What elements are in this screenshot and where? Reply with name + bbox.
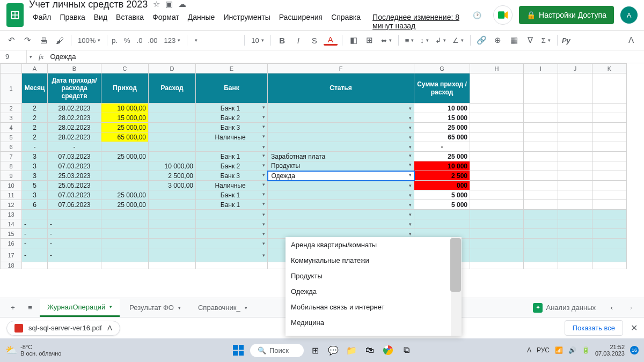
- cell-income[interactable]: 25 000,00: [101, 200, 149, 210]
- chrome-icon[interactable]: [381, 343, 395, 357]
- cell-date[interactable]: 07.06.2023: [48, 200, 101, 210]
- cell-income[interactable]: 25 000,00: [101, 190, 149, 200]
- cell-month[interactable]: 3: [22, 161, 48, 171]
- row-header[interactable]: 10: [1, 181, 22, 190]
- cell-month[interactable]: -: [22, 239, 48, 248]
- functions-icon[interactable]: Σ: [539, 36, 553, 45]
- row-header[interactable]: 14: [1, 219, 22, 229]
- cell-article[interactable]: [268, 210, 414, 219]
- cell-date[interactable]: 25.05.2023: [48, 181, 101, 190]
- menu-data[interactable]: Данные: [184, 11, 219, 32]
- dropdown-option[interactable]: Одежда: [286, 284, 462, 299]
- cell-expense[interactable]: [149, 104, 196, 113]
- menu-insert[interactable]: Вставка: [112, 11, 148, 32]
- cell-article[interactable]: [268, 104, 414, 113]
- cell-income[interactable]: [101, 142, 149, 152]
- cell-sum[interactable]: 10 000: [414, 161, 470, 171]
- doc-title[interactable]: Учет личных средств 2023: [29, 0, 148, 10]
- dropdown-scrollbar[interactable]: [451, 237, 462, 336]
- row-header[interactable]: 15: [1, 229, 22, 239]
- percent-format[interactable]: %: [124, 36, 130, 45]
- cell-sum[interactable]: 10 000: [414, 104, 470, 113]
- cell-month[interactable]: 2: [22, 132, 48, 142]
- cell-income[interactable]: 65 000,00: [101, 132, 149, 142]
- rotate-icon[interactable]: ∠: [450, 36, 466, 45]
- cell-bank[interactable]: [196, 142, 268, 152]
- last-edit[interactable]: Последнее изменение: 8 минут назад: [369, 11, 467, 32]
- cell-article[interactable]: [268, 219, 414, 229]
- menu-help[interactable]: Справка: [327, 11, 364, 32]
- redo-icon[interactable]: ↷: [20, 33, 34, 47]
- bold-icon[interactable]: B: [275, 33, 289, 47]
- collapse-toolbar-icon[interactable]: ᐱ: [626, 33, 640, 47]
- more-formats[interactable]: 123: [162, 36, 183, 45]
- notification-badge[interactable]: 16: [630, 346, 639, 354]
- cell-bank[interactable]: Наличные: [196, 181, 268, 190]
- cell-income[interactable]: [101, 210, 149, 219]
- cell-sum[interactable]: [414, 210, 470, 219]
- cell-date[interactable]: -: [48, 229, 101, 239]
- cell-sum[interactable]: 25 000: [414, 152, 470, 161]
- cell-date[interactable]: 07.03.2023: [48, 161, 101, 171]
- halign-icon[interactable]: ≡: [403, 36, 416, 45]
- fill-color-icon[interactable]: ◧: [347, 33, 361, 47]
- cell-article[interactable]: [268, 181, 414, 190]
- py-icon[interactable]: Py: [562, 36, 570, 45]
- menu-tools[interactable]: Инструменты: [219, 11, 274, 32]
- tab-reference[interactable]: Справочник_: [191, 299, 255, 317]
- cell-sum[interactable]: 2 500: [414, 171, 470, 181]
- cell-month[interactable]: -: [22, 248, 48, 262]
- col-header[interactable]: F: [268, 64, 414, 73]
- name-box-dropdown[interactable]: ▾: [27, 54, 34, 60]
- currency-format[interactable]: р.: [112, 36, 118, 45]
- chart-icon[interactable]: ▦: [507, 33, 521, 47]
- cell-sum[interactable]: 65 000: [414, 132, 470, 142]
- cell-article[interactable]: [268, 142, 414, 152]
- row-header[interactable]: 2: [1, 104, 22, 113]
- filter-icon[interactable]: ∇: [523, 33, 537, 47]
- row-header[interactable]: 7: [1, 152, 22, 161]
- store-icon[interactable]: 🛍: [363, 343, 377, 357]
- cell-bank[interactable]: [196, 210, 268, 219]
- col-header[interactable]: D: [149, 64, 196, 73]
- tray-chevron-icon[interactable]: ᐱ: [527, 346, 531, 354]
- tray-clock[interactable]: 21:52 07.03.2023: [595, 344, 625, 357]
- cell-income[interactable]: [101, 171, 149, 181]
- cell-month[interactable]: [22, 210, 48, 219]
- link-icon[interactable]: 🔗: [475, 33, 489, 47]
- valign-icon[interactable]: ↕: [418, 36, 431, 45]
- chevron-up-icon[interactable]: ᐱ: [107, 324, 112, 332]
- cell-income[interactable]: [101, 239, 149, 248]
- weather-widget[interactable]: ⛅ -8°C В осн. облачно: [5, 344, 61, 357]
- cell-expense[interactable]: [149, 190, 196, 200]
- cell-expense[interactable]: [149, 132, 196, 142]
- paint-format-icon[interactable]: 🖌: [53, 33, 67, 47]
- cell-bank[interactable]: Банк 3: [196, 171, 268, 181]
- cell-month[interactable]: 2: [22, 113, 48, 123]
- move-icon[interactable]: ▣: [165, 0, 173, 9]
- spreadsheet-grid[interactable]: ABCDEFGHIJK1МесяцДата прихода/расхода ср…: [0, 63, 644, 269]
- row-header[interactable]: 4: [1, 123, 22, 132]
- history-icon[interactable]: 🕑: [467, 5, 487, 25]
- cell-expense[interactable]: [149, 152, 196, 161]
- cell-sum[interactable]: 5 000: [414, 190, 470, 200]
- cell-date[interactable]: 28.02.2023: [48, 104, 101, 113]
- cell-income[interactable]: 15 000,00: [101, 113, 149, 123]
- strike-icon[interactable]: S: [308, 33, 321, 47]
- cell-date[interactable]: -: [48, 219, 101, 229]
- row-header[interactable]: 17: [1, 248, 22, 262]
- cell-income[interactable]: 10 000,00: [101, 104, 149, 113]
- cell-income[interactable]: [101, 248, 149, 262]
- cell-date[interactable]: -: [48, 248, 101, 262]
- cell-expense[interactable]: [149, 229, 196, 239]
- cell-bank[interactable]: Банк 1: [196, 190, 268, 200]
- validation-dropdown[interactable]: Аренда квартиры/комнатыКоммунальные плат…: [286, 237, 462, 336]
- cell-bank[interactable]: [196, 219, 268, 229]
- cell-sum[interactable]: 25 000: [414, 123, 470, 132]
- cell-bank[interactable]: Банк 1: [196, 152, 268, 161]
- meet-button[interactable]: [493, 5, 513, 25]
- cell-article[interactable]: [268, 132, 414, 142]
- task-view-icon[interactable]: ⊞: [308, 343, 322, 357]
- text-color-icon[interactable]: A: [324, 35, 338, 46]
- col-header[interactable]: A: [22, 64, 48, 73]
